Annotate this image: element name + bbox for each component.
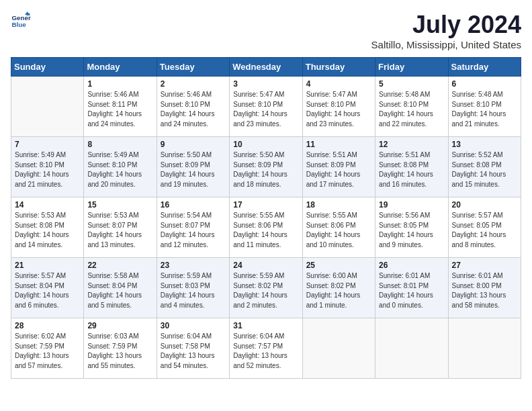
day-info: Sunrise: 5:57 AM Sunset: 8:04 PM Dayligh…	[15, 271, 80, 310]
calendar-cell: 16Sunrise: 5:54 AM Sunset: 8:07 PM Dayli…	[157, 197, 229, 258]
day-info: Sunrise: 5:57 AM Sunset: 8:05 PM Dayligh…	[452, 211, 517, 250]
calendar-cell: 14Sunrise: 5:53 AM Sunset: 8:08 PM Dayli…	[11, 197, 84, 258]
calendar-cell: 4Sunrise: 5:47 AM Sunset: 8:10 PM Daylig…	[302, 77, 375, 137]
calendar-cell: 30Sunrise: 6:04 AM Sunset: 7:58 PM Dayli…	[157, 318, 229, 379]
day-info: Sunrise: 5:48 AM Sunset: 8:10 PM Dayligh…	[379, 90, 444, 129]
day-number: 10	[233, 140, 298, 149]
day-number: 5	[379, 79, 444, 89]
calendar-cell: 12Sunrise: 5:51 AM Sunset: 8:08 PM Dayli…	[375, 137, 448, 197]
day-info: Sunrise: 5:53 AM Sunset: 8:08 PM Dayligh…	[15, 211, 80, 250]
day-info: Sunrise: 6:03 AM Sunset: 7:59 PM Dayligh…	[87, 332, 152, 371]
header-tuesday: Tuesday	[157, 58, 229, 77]
day-number: 15	[87, 200, 152, 210]
day-number: 21	[15, 261, 80, 270]
calendar-cell: 24Sunrise: 5:59 AM Sunset: 8:02 PM Dayli…	[230, 258, 302, 318]
day-info: Sunrise: 5:51 AM Sunset: 8:08 PM Dayligh…	[379, 150, 444, 189]
calendar-cell: 13Sunrise: 5:52 AM Sunset: 8:08 PM Dayli…	[448, 137, 521, 197]
calendar-cell: 9Sunrise: 5:50 AM Sunset: 8:09 PM Daylig…	[157, 137, 229, 197]
day-info: Sunrise: 5:51 AM Sunset: 8:09 PM Dayligh…	[306, 150, 371, 189]
logo: General Blue	[11, 11, 31, 31]
calendar-cell: 2Sunrise: 5:46 AM Sunset: 8:10 PM Daylig…	[157, 77, 229, 137]
calendar-cell	[11, 77, 84, 137]
day-info: Sunrise: 6:00 AM Sunset: 8:02 PM Dayligh…	[306, 271, 371, 310]
day-number: 16	[161, 200, 226, 210]
day-info: Sunrise: 5:58 AM Sunset: 8:04 PM Dayligh…	[87, 271, 152, 310]
calendar-cell: 10Sunrise: 5:50 AM Sunset: 8:09 PM Dayli…	[230, 137, 302, 197]
day-info: Sunrise: 6:04 AM Sunset: 7:58 PM Dayligh…	[161, 332, 226, 371]
calendar-week-row: 28Sunrise: 6:02 AM Sunset: 7:59 PM Dayli…	[11, 318, 521, 379]
header: General Blue July 2024 Saltillo, Mississ…	[11, 11, 521, 50]
calendar-cell: 8Sunrise: 5:49 AM Sunset: 8:10 PM Daylig…	[84, 137, 157, 197]
day-number: 19	[379, 200, 444, 210]
calendar-cell	[448, 318, 521, 379]
day-number: 13	[452, 140, 517, 149]
day-number: 7	[15, 140, 80, 149]
calendar-cell: 11Sunrise: 5:51 AM Sunset: 8:09 PM Dayli…	[302, 137, 375, 197]
day-number: 9	[161, 140, 226, 149]
day-info: Sunrise: 5:50 AM Sunset: 8:09 PM Dayligh…	[233, 150, 298, 189]
calendar-cell	[302, 318, 375, 379]
day-number: 28	[15, 321, 80, 330]
day-number: 14	[15, 200, 80, 210]
day-number: 3	[233, 79, 298, 89]
logo-icon: General Blue	[11, 11, 31, 31]
day-info: Sunrise: 6:01 AM Sunset: 8:01 PM Dayligh…	[379, 271, 444, 310]
day-number: 22	[87, 261, 152, 270]
header-sunday: Sunday	[11, 58, 84, 77]
svg-text:Blue: Blue	[12, 21, 27, 28]
calendar-cell: 1Sunrise: 5:46 AM Sunset: 8:11 PM Daylig…	[84, 77, 157, 137]
day-number: 29	[87, 321, 152, 330]
calendar-table: SundayMondayTuesdayWednesdayThursdayFrid…	[11, 57, 521, 379]
day-info: Sunrise: 5:56 AM Sunset: 8:05 PM Dayligh…	[379, 211, 444, 250]
day-number: 25	[306, 261, 371, 270]
calendar-cell: 25Sunrise: 6:00 AM Sunset: 8:02 PM Dayli…	[302, 258, 375, 318]
day-number: 12	[379, 140, 444, 149]
day-number: 23	[161, 261, 226, 270]
day-info: Sunrise: 5:50 AM Sunset: 8:09 PM Dayligh…	[161, 150, 226, 189]
header-friday: Friday	[375, 58, 448, 77]
calendar-cell: 18Sunrise: 5:55 AM Sunset: 8:06 PM Dayli…	[302, 197, 375, 258]
day-number: 4	[306, 79, 371, 89]
day-number: 18	[306, 200, 371, 210]
day-number: 8	[87, 140, 152, 149]
day-info: Sunrise: 5:59 AM Sunset: 8:02 PM Dayligh…	[233, 271, 298, 310]
calendar-cell: 17Sunrise: 5:55 AM Sunset: 8:06 PM Dayli…	[230, 197, 302, 258]
calendar-cell: 5Sunrise: 5:48 AM Sunset: 8:10 PM Daylig…	[375, 77, 448, 137]
calendar-cell: 23Sunrise: 5:59 AM Sunset: 8:03 PM Dayli…	[157, 258, 229, 318]
day-info: Sunrise: 5:55 AM Sunset: 8:06 PM Dayligh…	[306, 211, 371, 250]
day-number: 30	[161, 321, 226, 330]
day-number: 20	[452, 200, 517, 210]
day-number: 2	[161, 79, 226, 89]
day-info: Sunrise: 5:47 AM Sunset: 8:10 PM Dayligh…	[233, 90, 298, 129]
day-info: Sunrise: 5:47 AM Sunset: 8:10 PM Dayligh…	[306, 90, 371, 129]
calendar-cell: 28Sunrise: 6:02 AM Sunset: 7:59 PM Dayli…	[11, 318, 84, 379]
header-saturday: Saturday	[448, 58, 521, 77]
day-info: Sunrise: 5:49 AM Sunset: 8:10 PM Dayligh…	[15, 150, 80, 189]
calendar-cell	[375, 318, 448, 379]
header-wednesday: Wednesday	[230, 58, 302, 77]
calendar-week-row: 1Sunrise: 5:46 AM Sunset: 8:11 PM Daylig…	[11, 77, 521, 137]
calendar-week-row: 21Sunrise: 5:57 AM Sunset: 8:04 PM Dayli…	[11, 258, 521, 318]
day-info: Sunrise: 5:59 AM Sunset: 8:03 PM Dayligh…	[161, 271, 226, 310]
calendar-cell: 3Sunrise: 5:47 AM Sunset: 8:10 PM Daylig…	[230, 77, 302, 137]
calendar-cell: 31Sunrise: 6:04 AM Sunset: 7:57 PM Dayli…	[230, 318, 302, 379]
calendar-cell: 22Sunrise: 5:58 AM Sunset: 8:04 PM Dayli…	[84, 258, 157, 318]
day-info: Sunrise: 6:02 AM Sunset: 7:59 PM Dayligh…	[15, 332, 80, 371]
calendar-cell: 26Sunrise: 6:01 AM Sunset: 8:01 PM Dayli…	[375, 258, 448, 318]
calendar-week-row: 14Sunrise: 5:53 AM Sunset: 8:08 PM Dayli…	[11, 197, 521, 258]
calendar-week-row: 7Sunrise: 5:49 AM Sunset: 8:10 PM Daylig…	[11, 137, 521, 197]
page-title: July 2024	[371, 11, 521, 39]
day-info: Sunrise: 5:46 AM Sunset: 8:10 PM Dayligh…	[161, 90, 226, 129]
day-info: Sunrise: 5:55 AM Sunset: 8:06 PM Dayligh…	[233, 211, 298, 250]
day-info: Sunrise: 6:01 AM Sunset: 8:00 PM Dayligh…	[452, 271, 517, 310]
calendar-cell: 20Sunrise: 5:57 AM Sunset: 8:05 PM Dayli…	[448, 197, 521, 258]
title-area: July 2024 Saltillo, Mississippi, United …	[371, 11, 521, 50]
calendar-cell: 29Sunrise: 6:03 AM Sunset: 7:59 PM Dayli…	[84, 318, 157, 379]
day-number: 26	[379, 261, 444, 270]
calendar-cell: 7Sunrise: 5:49 AM Sunset: 8:10 PM Daylig…	[11, 137, 84, 197]
day-info: Sunrise: 5:49 AM Sunset: 8:10 PM Dayligh…	[87, 150, 152, 189]
day-number: 11	[306, 140, 371, 149]
day-info: Sunrise: 5:52 AM Sunset: 8:08 PM Dayligh…	[452, 150, 517, 189]
day-number: 6	[452, 79, 517, 89]
calendar-cell: 15Sunrise: 5:53 AM Sunset: 8:07 PM Dayli…	[84, 197, 157, 258]
